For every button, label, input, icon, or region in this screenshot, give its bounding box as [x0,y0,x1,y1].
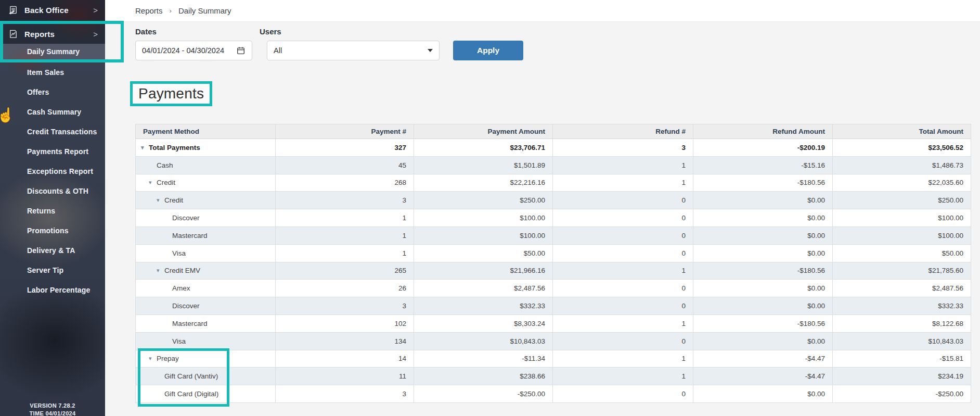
cell-total-amount: $332.33 [833,297,971,315]
cell-refund-amount: -$180.56 [693,262,833,280]
cell-payment-method: Amex [136,280,276,297]
breadcrumb-daily-summary: Daily Summary [178,6,231,15]
sidebar-item-cash-summary[interactable]: Cash Summary [0,102,105,122]
payment-method-label: Mastercard [172,232,208,239]
date-range-value: 04/01/2024 - 04/30/2024 [142,46,224,55]
cell-payment-method: Mastercard [136,314,276,332]
users-label: Users [260,27,440,36]
payment-method-label: Credit [164,196,183,204]
calendar-icon[interactable] [236,46,246,55]
cell-payment-amount: $2,487.56 [414,280,553,297]
table-row-mastercard: Mastercard1$100.000$0.00$100.00 [136,226,971,244]
cell-payment-amount: $250.00 [414,192,553,209]
payments-table-container: Payment MethodPayment #Payment AmountRef… [135,124,971,403]
cell-total-amount: $234.19 [833,368,971,385]
cell-refund-count: 1 [553,350,693,368]
cell-payment-count: 45 [276,156,414,174]
table-row-gift-card-vantiv-: Gift Card (Vantiv)11$238.661-$4.47$234.1… [136,368,971,385]
collapse-triangle-icon[interactable]: ▾ [157,197,164,204]
cell-payment-count: 3 [276,297,414,315]
cell-payment-amount: $332.33 [414,297,553,315]
cell-payment-method: Mastercard [136,226,276,244]
table-row-discover: Discover3$332.330$0.00$332.33 [136,297,971,315]
cell-refund-count: 1 [553,174,693,192]
sidebar-item-returns[interactable]: Returns [0,201,105,221]
payment-method-label: Visa [172,249,186,257]
sidebar-item-credit-transactions[interactable]: Credit Transactions [0,122,105,142]
sidebar-item-offers[interactable]: Offers [0,82,105,102]
sidebar-item-server-tip[interactable]: Server Tip [0,260,105,280]
cell-refund-count: 1 [553,156,693,174]
cell-refund-count: 0 [553,385,693,403]
dates-label: Dates [135,27,252,36]
cell-refund-amount: $0.00 [693,192,833,209]
cell-refund-count: 0 [553,297,693,315]
sidebar-item-discounts-oth[interactable]: Discounts & OTH [0,181,105,201]
sidebar-item-item-sales[interactable]: Item Sales [0,62,105,82]
date-range-input[interactable]: 04/01/2024 - 04/30/2024 [135,41,252,60]
collapse-triangle-icon[interactable]: ▾ [149,179,157,186]
cell-refund-amount: $0.00 [693,280,833,297]
column-header-payment-: Payment # [276,124,414,139]
app-window: Back Office > Reports > Daily Summary It… [0,0,980,416]
cell-payment-method: Gift Card (Vantiv) [136,368,276,385]
sidebar-item-promotions[interactable]: Promotions [0,221,105,241]
cell-refund-count: 1 [553,314,693,332]
chevron-right-icon: > [93,30,98,39]
column-header-refund-amount: Refund Amount [693,124,833,139]
table-row-cash: Cash45$1,501.891-$15.16$1,486.73 [136,156,971,174]
sidebar-item-labor-percentage[interactable]: Labor Percentage [0,280,105,300]
annotation-box-payments-heading: Payments [130,81,212,106]
cell-refund-amount: $0.00 [693,332,833,350]
sidebar-item-payments-report[interactable]: Payments Report [0,142,105,161]
mouse-hand-cursor: ☝ [0,107,15,123]
cell-total-amount: $23,506.52 [833,139,971,157]
cell-payment-count: 1 [276,209,414,227]
breadcrumb-reports[interactable]: Reports [135,6,163,15]
payment-method-label: Amex [172,284,190,292]
cell-total-amount: -$250.00 [833,385,971,403]
cell-total-amount: $22,035.60 [833,174,971,192]
users-select[interactable]: All [267,41,440,60]
cell-payment-count: 134 [276,332,414,350]
sidebar-item-back-office[interactable]: Back Office > [0,0,105,21]
collapse-triangle-icon[interactable]: ▾ [157,267,164,274]
breadcrumb: Reports › Daily Summary [105,0,980,22]
chevron-right-icon: > [93,6,98,15]
sidebar-item-reports[interactable]: Reports > [0,24,105,44]
cell-payment-amount: $238.66 [414,368,553,385]
cell-total-amount: $100.00 [833,209,971,227]
cell-refund-count: 0 [553,332,693,350]
cell-refund-count: 0 [553,280,693,297]
cell-total-amount: $250.00 [833,192,971,209]
version-info: VERSION 7.28.2 TIME 04/01/2024 [0,402,105,416]
payment-method-label: Discover [172,214,200,222]
apply-button[interactable]: Apply [453,41,523,60]
cell-refund-count: 3 [553,139,693,157]
column-header-payment-method: Payment Method [136,124,276,139]
version-text: VERSION 7.28.2 [0,402,105,410]
cell-refund-count: 1 [553,368,693,385]
cell-payment-method: ▾Prepay [136,350,276,368]
cell-refund-count: 0 [553,192,693,209]
collapse-triangle-icon[interactable]: ▾ [149,355,157,362]
table-row-credit-emv: ▾Credit EMV265$21,966.161-$180.56$21,785… [136,262,971,280]
cell-payment-amount: -$11.34 [414,350,553,368]
page-title: Payments [138,85,204,102]
back-office-icon [8,5,18,15]
column-header-total-amount: Total Amount [833,124,971,139]
payment-method-label: Mastercard [172,320,208,327]
sidebar-item-delivery-ta[interactable]: Delivery & TA [0,241,105,260]
collapse-triangle-icon[interactable]: ▾ [141,144,149,151]
cell-payment-count: 3 [276,192,414,209]
sidebar-item-exceptions-report[interactable]: Exceptions Report [0,161,105,181]
cell-payment-count: 1 [276,226,414,244]
cell-payment-count: 102 [276,314,414,332]
table-row-total-payments: ▾Total Payments327$23,706.713-$200.19$23… [136,139,971,157]
cell-payment-count: 1 [276,244,414,262]
cell-payment-count: 14 [276,350,414,368]
sidebar-item-daily-summary-selected[interactable]: Daily Summary [0,44,105,59]
cell-refund-amount: -$4.47 [693,350,833,368]
cell-refund-amount: -$15.16 [693,156,833,174]
table-row-amex: Amex26$2,487.560$0.00$2,487.56 [136,280,971,297]
